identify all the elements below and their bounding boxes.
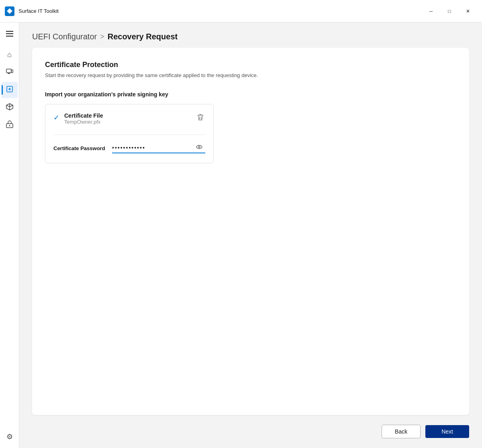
cert-file-details: Certificate File TempOwner.pfx xyxy=(64,112,103,125)
cert-file-row: ✓ Certificate File TempOwner.pfx xyxy=(53,112,205,125)
packages-icon xyxy=(6,103,14,113)
window-controls: ─ □ ✕ xyxy=(422,5,477,18)
check-icon: ✓ xyxy=(53,113,59,122)
devices-icon xyxy=(6,67,14,77)
deploy-icon xyxy=(6,120,14,130)
sidebar-item-devices[interactable] xyxy=(2,64,18,80)
svg-rect-1 xyxy=(8,73,10,74)
sidebar-item-uefi[interactable] xyxy=(2,82,18,98)
certificate-password-input[interactable] xyxy=(112,143,205,153)
home-icon: ⌂ xyxy=(7,51,12,59)
breadcrumb: UEFI Configurator > Recovery Request xyxy=(32,32,469,41)
sidebar-item-home[interactable]: ⌂ xyxy=(2,47,18,63)
sidebar: ⌂ xyxy=(0,22,19,448)
title-bar-left: Surface IT Toolkit xyxy=(5,6,59,16)
minimize-button[interactable]: ─ xyxy=(422,5,440,18)
close-button[interactable]: ✕ xyxy=(459,5,477,18)
cert-file-info: ✓ Certificate File TempOwner.pfx xyxy=(53,112,103,125)
app-body: ⌂ xyxy=(0,22,482,448)
content-area: UEFI Configurator > Recovery Request Cer… xyxy=(19,22,482,448)
maximize-button[interactable]: □ xyxy=(440,5,459,18)
next-button[interactable]: Next xyxy=(425,425,469,438)
svg-rect-0 xyxy=(6,69,11,73)
delete-cert-button[interactable] xyxy=(196,112,205,124)
section-description: Start the recovery request by providing … xyxy=(45,72,456,78)
section-title: Certificate Protection xyxy=(45,61,456,69)
back-button[interactable]: Back xyxy=(382,425,421,438)
breadcrumb-parent[interactable]: UEFI Configurator xyxy=(32,32,97,41)
uefi-icon xyxy=(6,85,14,95)
svg-point-7 xyxy=(198,146,200,148)
cert-password-label: Certificate Password xyxy=(53,145,106,151)
app-icon xyxy=(5,6,14,16)
cert-divider xyxy=(53,134,205,135)
password-input-wrapper xyxy=(112,143,205,153)
trash-icon xyxy=(196,113,204,121)
sidebar-item-settings[interactable]: ⚙ xyxy=(2,429,18,445)
sidebar-item-deploy[interactable] xyxy=(2,117,18,133)
footer: Back Next xyxy=(19,415,482,448)
eye-icon xyxy=(196,143,203,151)
breadcrumb-separator: > xyxy=(100,33,104,41)
app-icon-shape xyxy=(7,8,12,14)
cert-file-path: TempOwner.pfx xyxy=(64,119,103,125)
cert-password-row: Certificate Password xyxy=(53,143,205,153)
sidebar-bottom: ⚙ xyxy=(2,429,18,445)
title-bar: Surface IT Toolkit ─ □ ✕ xyxy=(0,0,482,22)
breadcrumb-bar: UEFI Configurator > Recovery Request xyxy=(19,22,482,48)
cert-file-label: Certificate File xyxy=(64,112,103,119)
hamburger-icon xyxy=(6,31,13,37)
svg-point-6 xyxy=(196,145,202,149)
certificate-card: ✓ Certificate File TempOwner.pfx xyxy=(45,104,214,163)
breadcrumb-current: Recovery Request xyxy=(108,32,178,41)
settings-icon: ⚙ xyxy=(6,432,13,441)
sidebar-menu-button[interactable] xyxy=(2,26,18,42)
svg-rect-2 xyxy=(11,70,13,73)
page-content: Certificate Protection Start the recover… xyxy=(32,48,469,415)
subsection-title: Import your organization's private signi… xyxy=(45,91,456,98)
app-title: Surface IT Toolkit xyxy=(18,8,59,14)
svg-point-5 xyxy=(9,125,10,126)
sidebar-item-packages[interactable] xyxy=(2,100,18,116)
show-password-button[interactable] xyxy=(195,143,204,153)
